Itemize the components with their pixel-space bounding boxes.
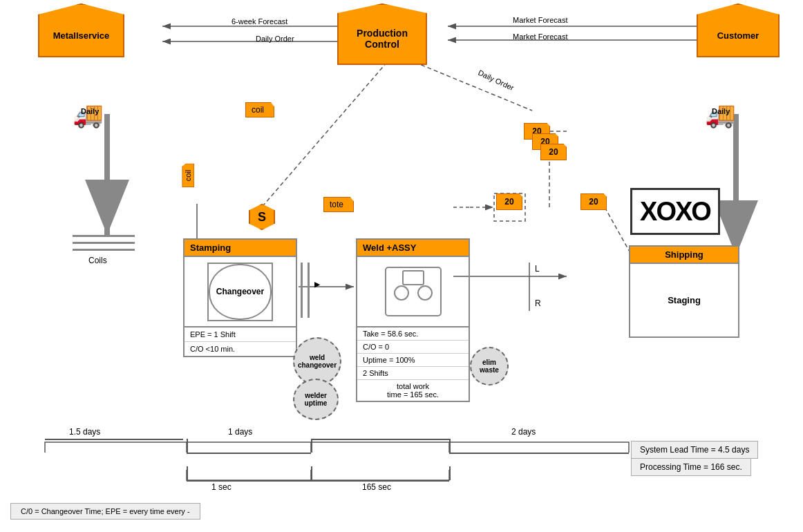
svg-rect-27	[403, 271, 424, 285]
shipping-box: Shipping Staging	[629, 245, 739, 338]
elim-waste-burst: elim waste	[470, 347, 509, 386]
system-lead-box: System Lead Time = 4.5 days	[631, 441, 758, 459]
legend-box: C/0 = Changeover Time; EPE = every time …	[10, 503, 200, 520]
r-label: R	[535, 298, 541, 308]
weld-assy-box: Weld +ASSY Take = 58.6 sec. C/O = 0 Upti…	[356, 238, 470, 402]
daily-order-left-label: Daily Order	[256, 35, 294, 43]
weld-take: Take = 58.6 sec.	[357, 326, 469, 340]
daily-left-label: Daily	[81, 107, 99, 115]
production-control-box: Production Control	[337, 13, 427, 65]
svg-point-25	[395, 286, 408, 300]
inv-20-near-shipping: 20	[580, 193, 607, 210]
kanban-card-3: 20	[540, 144, 567, 160]
coil-top-tag: coil	[245, 102, 274, 117]
metallservice-box: Metallservice	[38, 15, 124, 57]
inv-20-mid: 20	[496, 193, 522, 210]
weld-co: C/O = 0	[357, 340, 469, 353]
welder-uptime-burst: welder uptime	[293, 379, 339, 420]
sec-1-label: 1 sec	[211, 482, 232, 492]
customer-box: Customer	[697, 15, 780, 57]
days-1-label: 1 days	[228, 427, 252, 437]
metallservice-label: Metallservice	[53, 30, 110, 41]
market-forecast2-label: Market Forecast	[513, 32, 567, 41]
shipping-header: Shipping	[630, 247, 738, 264]
daily-right-label: Daily	[712, 107, 730, 115]
stamping-epe: EPE = 1 Shift	[185, 326, 296, 341]
stamping-box: Stamping Changeover EPE = 1 Shift C/O <1…	[183, 238, 297, 357]
diagram: Production Control Metallservice Custome…	[0, 0, 803, 532]
weld-uptime: Uptime = 100%	[357, 353, 469, 366]
tote-tag: tote	[323, 197, 354, 212]
daily-order-right-label: Daily Order	[477, 68, 515, 92]
l-label: L	[535, 264, 540, 274]
weld-body	[357, 257, 469, 326]
weld-total-work: total work time = 165 sec.	[357, 379, 469, 401]
sec-165-label: 165 sec	[362, 482, 391, 492]
days-1-5-label: 1.5 days	[69, 427, 100, 437]
stamping-co: C/O <10 min.	[185, 341, 296, 356]
processing-time-box: Processing Time = 166 sec.	[631, 458, 751, 476]
svg-point-26	[418, 286, 432, 300]
schedule-symbol: S	[249, 204, 275, 230]
coil-left-tag: coil	[182, 164, 194, 188]
production-control-label: Production Control	[357, 28, 408, 50]
weld-header: Weld +ASSY	[357, 240, 469, 257]
six-week-forecast-label: 6-week Forecast	[232, 17, 287, 26]
stamping-header: Stamping	[185, 240, 296, 257]
market-forecast1-label: Market Forecast	[513, 16, 567, 24]
push-label: ▶	[314, 281, 320, 288]
coils-label: Coils	[88, 256, 107, 265]
stamping-body: Changeover	[185, 257, 296, 326]
svg-line-9	[256, 62, 387, 214]
days-2-label: 2 days	[511, 427, 536, 437]
xoxo-box: XOXO	[630, 188, 720, 235]
weld-shifts: 2 Shifts	[357, 366, 469, 379]
shipping-staging: Staging	[630, 264, 738, 336]
changeover-burst: Changeover	[207, 263, 273, 321]
svg-rect-24	[386, 267, 441, 316]
customer-label: Customer	[717, 30, 759, 41]
